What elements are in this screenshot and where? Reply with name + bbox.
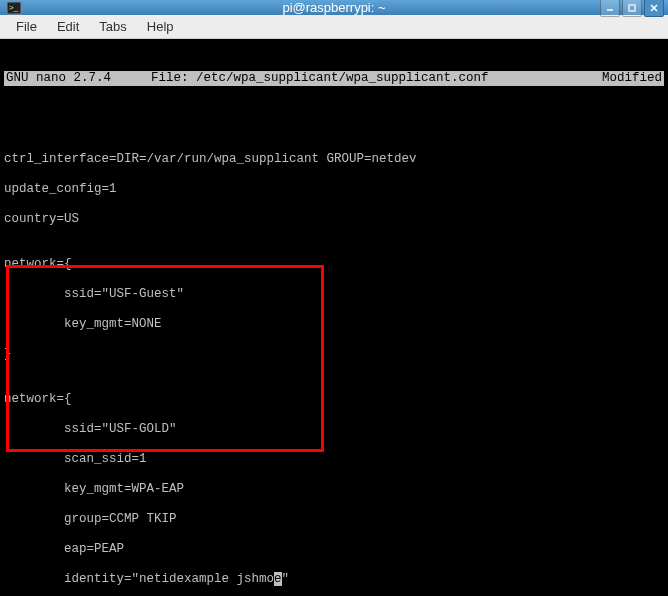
code-line: country=US — [4, 212, 664, 227]
minimize-button[interactable] — [600, 0, 620, 17]
cursor: e — [274, 572, 282, 586]
menu-file[interactable]: File — [6, 15, 47, 38]
code-line: } — [4, 347, 664, 362]
menubar: File Edit Tabs Help — [0, 15, 668, 39]
code-line: key_mgmt=WPA-EAP — [4, 482, 664, 497]
maximize-button[interactable] — [622, 0, 642, 17]
code-line: ssid="USF-GOLD" — [4, 422, 664, 437]
close-button[interactable] — [644, 0, 664, 17]
code-line: scan_ssid=1 — [4, 452, 664, 467]
editor-content[interactable]: ctrl_interface=DIR=/var/run/wpa_supplica… — [4, 131, 664, 596]
terminal-icon: >_ — [6, 0, 22, 16]
nano-file: File: /etc/wpa_supplicant/wpa_supplicant… — [131, 71, 602, 86]
svg-rect-3 — [629, 5, 635, 11]
nano-header: GNU nano 2.7.4 File: /etc/wpa_supplicant… — [4, 71, 664, 86]
code-line: ssid="USF-Guest" — [4, 287, 664, 302]
nano-status: Modified — [602, 71, 662, 86]
code-line: group=CCMP TKIP — [4, 512, 664, 527]
code-line: eap=PEAP — [4, 542, 664, 557]
menu-tabs[interactable]: Tabs — [89, 15, 136, 38]
titlebar[interactable]: >_ pi@raspberrypi: ~ — [0, 0, 668, 15]
terminal-area[interactable]: GNU nano 2.7.4 File: /etc/wpa_supplicant… — [0, 39, 668, 596]
window-title: pi@raspberrypi: ~ — [282, 0, 385, 15]
svg-text:>_: >_ — [9, 3, 19, 12]
window-controls — [600, 0, 664, 17]
code-line: identity="netidexample jshmoe" — [4, 572, 664, 587]
terminal-window: >_ pi@raspberrypi: ~ File Edit Tabs Help… — [0, 0, 668, 596]
code-line: ctrl_interface=DIR=/var/run/wpa_supplica… — [4, 152, 664, 167]
menu-help[interactable]: Help — [137, 15, 184, 38]
code-line: key_mgmt=NONE — [4, 317, 664, 332]
nano-version: GNU nano 2.7.4 — [6, 71, 131, 86]
code-line: update_config=1 — [4, 182, 664, 197]
menu-edit[interactable]: Edit — [47, 15, 89, 38]
code-line: network={ — [4, 392, 664, 407]
code-line: network={ — [4, 257, 664, 272]
